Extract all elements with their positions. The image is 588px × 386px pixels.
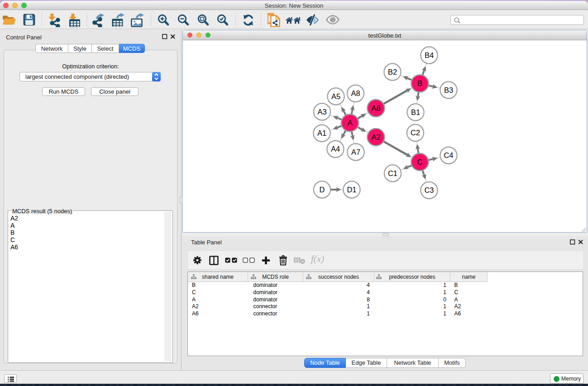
svg-text:C1: C1 bbox=[388, 169, 397, 177]
svg-text:C4: C4 bbox=[444, 151, 453, 159]
svg-text:A3: A3 bbox=[317, 108, 326, 116]
svg-text:A2: A2 bbox=[371, 133, 380, 141]
svg-text:A5: A5 bbox=[331, 92, 340, 100]
svg-text:D: D bbox=[320, 186, 325, 194]
svg-text:C: C bbox=[417, 158, 423, 166]
svg-text:B1: B1 bbox=[411, 108, 420, 116]
svg-text:A: A bbox=[347, 119, 352, 127]
svg-text:A4: A4 bbox=[331, 145, 340, 153]
svg-text:B: B bbox=[417, 79, 422, 87]
svg-text:A1: A1 bbox=[317, 129, 326, 137]
svg-text:D1: D1 bbox=[347, 186, 356, 194]
svg-text:A7: A7 bbox=[351, 148, 360, 156]
svg-text:A6: A6 bbox=[371, 104, 380, 112]
svg-text:C3: C3 bbox=[424, 186, 434, 194]
svg-text:C2: C2 bbox=[411, 129, 420, 137]
svg-text:B3: B3 bbox=[444, 86, 453, 94]
svg-text:A8: A8 bbox=[351, 89, 360, 97]
svg-text:B2: B2 bbox=[388, 68, 397, 76]
svg-text:B4: B4 bbox=[425, 51, 434, 59]
